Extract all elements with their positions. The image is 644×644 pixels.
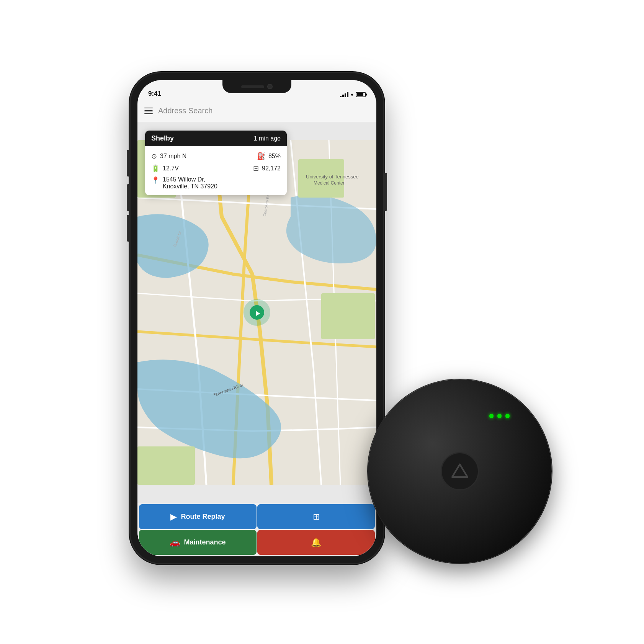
status-icons: ▾ [340,92,366,98]
svg-rect-3 [321,293,375,339]
route-replay-label: Route Replay [181,513,225,521]
battery-status-icon: 🔋 [151,164,160,173]
route-replay-button[interactable]: ▶ Route Replay [139,504,257,529]
svg-marker-11 [452,464,467,477]
bell-icon: 🔔 [311,538,321,548]
odometer-icon: ⊟ [253,164,259,173]
phone-screen: 9:41 ▾ [137,80,376,556]
speed-item: ⊙ 37 mph N [151,152,186,160]
odometer-item: ⊟ 92,172 [253,164,281,173]
led-3 [505,414,510,418]
location-marker: ▲ [244,299,270,326]
location-pulse: ▲ [244,299,270,326]
fuel-item: ⛽ 85% [257,152,281,160]
speed-value: 37 mph N [160,153,186,160]
svg-text:University of Tennessee: University of Tennessee [306,174,359,180]
search-input[interactable]: Address Search [158,106,369,115]
round-tracker-device [368,379,552,563]
address-line1: 1545 Willow Dr, [163,176,217,183]
direction-arrow-icon: ▲ [252,307,263,318]
grid-icon: ⊞ [313,512,320,522]
alert-button[interactable]: 🔔 [257,530,375,555]
led-1 [489,414,494,418]
address-item: 📍 1545 Willow Dr, Knoxville, TN 37920 [151,175,281,191]
phone-shell: 9:41 ▾ [131,73,383,563]
time-ago: 1 min ago [254,135,281,142]
bottom-buttons: ▶ Route Replay ⊞ 🚗 Maintenance 🔔 [137,503,376,556]
card-row-2: 🔋 12.7V ⊟ 92,172 [151,162,281,175]
front-camera [267,84,273,89]
odometer-value: 92,172 [262,165,281,172]
search-bar[interactable]: Address Search [137,100,376,122]
card-body: ⊙ 37 mph N ⛽ 85% 🔋 12.7V [145,146,287,195]
vehicle-name: Shelby [151,134,174,142]
device-logo [441,452,479,490]
voltage-value: 12.7V [163,165,179,172]
battery-icon [356,92,366,97]
address-line2: Knoxville, TN 37920 [163,183,217,190]
car-icon: 🚗 [170,538,180,548]
address-text: 1545 Willow Dr, Knoxville, TN 37920 [163,176,217,190]
card-header: Shelby 1 min ago [145,131,287,146]
svg-text:Medical Center: Medical Center [314,180,345,186]
card-row-1: ⊙ 37 mph N ⛽ 85% [151,150,281,162]
maintenance-button[interactable]: 🚗 Maintenance [139,530,257,555]
svg-rect-4 [137,446,195,485]
fuel-icon: ⛽ [257,152,265,160]
map-area[interactable]: University of Tennessee Medical Center S… [137,122,376,503]
location-dot: ▲ [250,305,264,320]
speedometer-icon: ⊙ [151,152,157,160]
notch [222,80,291,93]
led-indicators [489,414,510,418]
info-card: Shelby 1 min ago ⊙ 37 mph N ⛽ 85% [145,131,287,195]
grid-button[interactable]: ⊞ [257,504,375,529]
fuel-value: 85% [268,153,281,160]
maintenance-label: Maintenance [184,538,226,546]
voltage-item: 🔋 12.7V [151,164,179,173]
pin-icon: 📍 [151,176,160,185]
menu-icon[interactable] [144,108,153,114]
speaker [241,85,264,88]
signal-icon [340,92,348,97]
play-icon: ▶ [170,512,177,522]
led-2 [497,414,502,418]
wifi-icon: ▾ [351,92,353,98]
logo-icon [450,462,469,481]
